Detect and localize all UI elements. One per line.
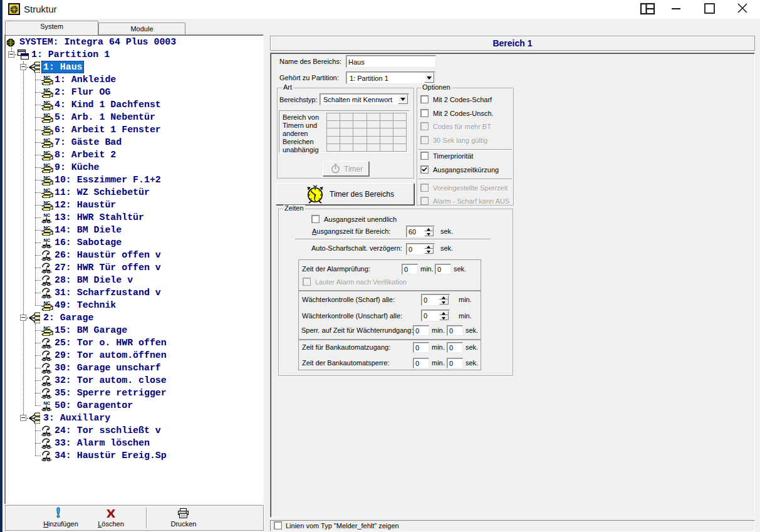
svg-text:NC: NC (43, 212, 50, 218)
svg-text:NC: NC (43, 400, 50, 406)
svg-text:NC: NC (43, 237, 50, 243)
